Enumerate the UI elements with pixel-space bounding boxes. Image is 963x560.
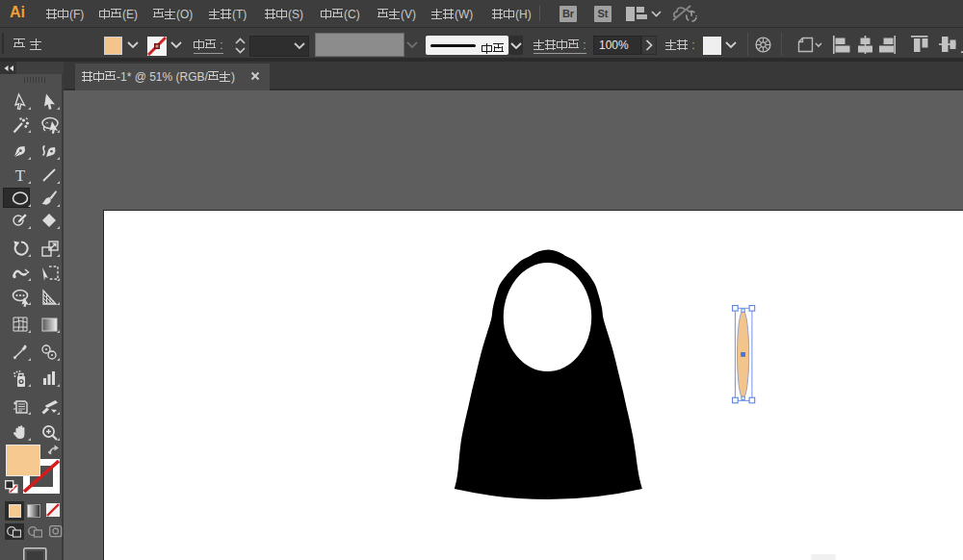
svg-text:T: T: [14, 166, 25, 184]
